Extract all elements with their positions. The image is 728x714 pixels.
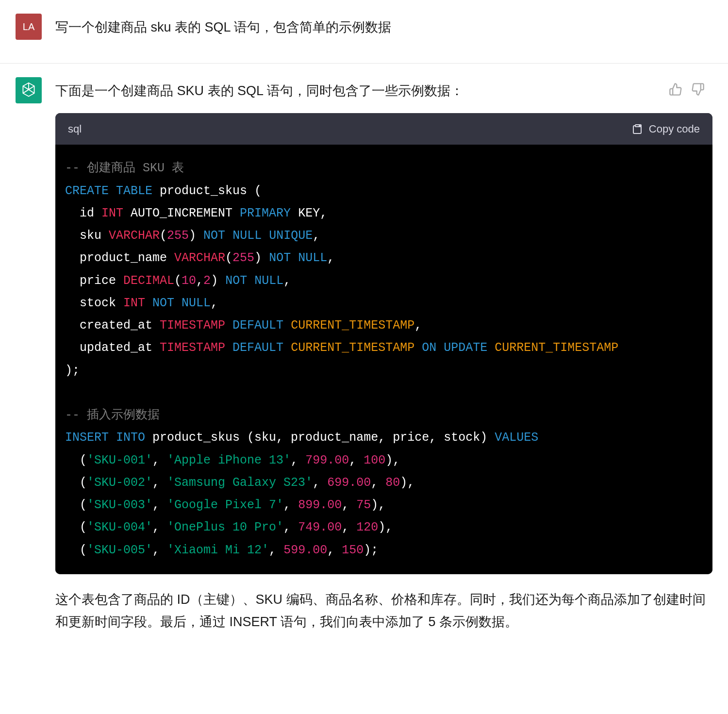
feedback-controls bbox=[669, 81, 705, 103]
user-message: LA 写一个创建商品 sku 表的 SQL 语句，包含简单的示例数据 bbox=[0, 0, 728, 64]
assistant-message: 下面是一个创建商品 SKU 表的 SQL 语句，同时包含了一些示例数据： sql… bbox=[0, 64, 728, 657]
code-content: -- 创建商品 SKU 表 CREATE TABLE product_skus … bbox=[65, 157, 703, 562]
user-avatar-initials: LA bbox=[23, 21, 34, 33]
thumbs-up-icon bbox=[669, 83, 682, 96]
thumbs-up-button[interactable] bbox=[669, 81, 682, 103]
assistant-avatar bbox=[16, 77, 42, 103]
code-header: sql Copy code bbox=[55, 113, 712, 145]
openai-logo-icon bbox=[19, 81, 38, 100]
code-language-label: sql bbox=[68, 120, 82, 138]
user-avatar: LA bbox=[16, 14, 42, 40]
thumbs-down-icon bbox=[691, 83, 705, 96]
assistant-intro-text: 下面是一个创建商品 SKU 表的 SQL 语句，同时包含了一些示例数据： bbox=[55, 80, 712, 102]
clipboard-icon bbox=[631, 123, 643, 135]
copy-code-label: Copy code bbox=[649, 120, 700, 138]
user-prompt: 写一个创建商品 sku 表的 SQL 语句，包含简单的示例数据 bbox=[55, 14, 712, 40]
copy-code-button[interactable]: Copy code bbox=[631, 120, 700, 138]
assistant-outro-text: 这个表包含了商品的 ID（主键）、SKU 编码、商品名称、价格和库存。同时，我们… bbox=[55, 589, 712, 633]
code-body[interactable]: -- 创建商品 SKU 表 CREATE TABLE product_skus … bbox=[55, 145, 712, 574]
thumbs-down-button[interactable] bbox=[691, 81, 705, 103]
code-block: sql Copy code -- 创建商品 SKU 表 CREATE TABLE… bbox=[55, 113, 712, 574]
